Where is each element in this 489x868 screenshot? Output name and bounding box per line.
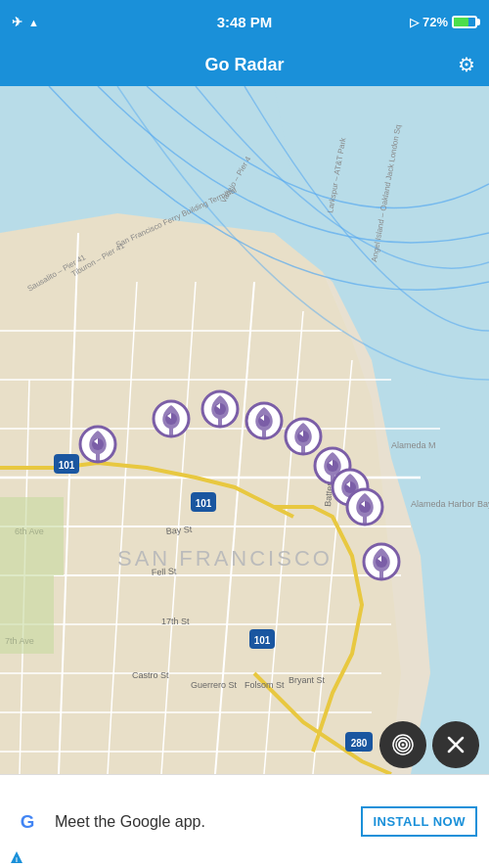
svg-text:Folsom St: Folsom St [244, 680, 285, 690]
adchoices: i [10, 850, 23, 864]
battery-tip [477, 19, 480, 25]
adchoices-icon: i [10, 850, 23, 864]
status-left [12, 15, 39, 29]
map-container[interactable]: 101 101 101 280 Bay St Fell St 17th St C… [0, 86, 489, 774]
pokemon-pin-3[interactable] [199, 389, 242, 433]
svg-text:Alameda M: Alameda M [391, 440, 436, 450]
ad-text: Meet the Google app. [45, 813, 361, 831]
ad-banner: G Meet the Google app. INSTALL NOW i [0, 774, 489, 868]
camera-button[interactable] [379, 721, 426, 768]
app-title: Go Radar [204, 55, 284, 75]
status-bar: 3:48 PM 72% [0, 0, 489, 43]
svg-text:17th St: 17th St [161, 617, 190, 626]
wifi-icon [28, 15, 39, 29]
svg-text:Guerrero St: Guerrero St [191, 680, 238, 690]
svg-text:280: 280 [351, 738, 368, 749]
battery-indicator [452, 16, 477, 28]
close-button[interactable] [432, 721, 479, 768]
svg-text:i: i [16, 856, 18, 863]
svg-rect-49 [0, 497, 64, 575]
pokemon-pin-2[interactable] [150, 399, 193, 442]
location-icon [410, 15, 419, 29]
pokemon-pin-4[interactable] [243, 401, 286, 444]
pokemon-pin-1[interactable] [76, 425, 119, 468]
svg-text:Alameda Harbor Bay: Alameda Harbor Bay [411, 499, 489, 509]
svg-text:Bryant St: Bryant St [289, 675, 326, 685]
map-controls [379, 721, 479, 768]
install-button[interactable]: INSTALL NOW [361, 806, 477, 837]
svg-text:101: 101 [59, 460, 75, 471]
pokemon-pin-9[interactable] [360, 542, 403, 585]
battery-fill [454, 18, 468, 26]
settings-button[interactable]: ⚙ [458, 53, 475, 76]
svg-point-70 [402, 744, 405, 747]
app-header: Go Radar ⚙ [0, 43, 489, 86]
svg-text:G: G [21, 811, 35, 832]
airplane-icon [12, 15, 22, 29]
svg-text:101: 101 [196, 498, 212, 509]
status-time: 3:48 PM [217, 14, 273, 30]
google-logo: G [10, 804, 45, 840]
svg-rect-50 [0, 575, 54, 654]
svg-text:Castro St: Castro St [132, 670, 169, 680]
battery-percent: 72% [422, 15, 448, 29]
status-right: 72% [410, 15, 477, 29]
svg-text:101: 101 [254, 635, 271, 646]
pokemon-pin-8[interactable] [343, 487, 386, 530]
svg-text:SAN FRANCISCO: SAN FRANCISCO [117, 546, 333, 571]
